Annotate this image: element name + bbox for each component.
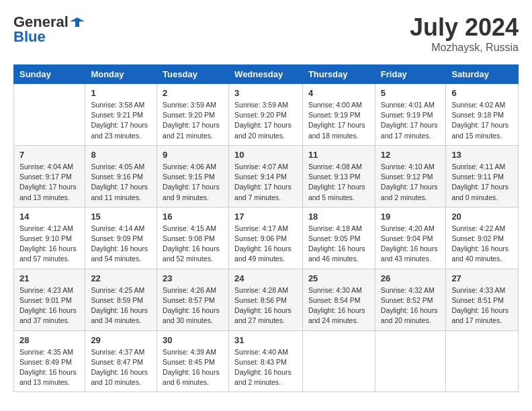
calendar-week-row: 21Sunrise: 4:23 AMSunset: 9:01 PMDayligh… xyxy=(14,269,519,330)
calendar-cell: 2Sunrise: 3:59 AMSunset: 9:20 PMDaylight… xyxy=(157,84,229,146)
day-of-week-header: Thursday xyxy=(302,65,375,84)
day-number: 31 xyxy=(234,335,297,345)
day-number: 7 xyxy=(19,150,79,160)
calendar-cell: 17Sunrise: 4:17 AMSunset: 9:06 PMDayligh… xyxy=(229,207,303,269)
day-of-week-header: Saturday xyxy=(446,65,519,84)
day-info: Sunrise: 4:23 AMSunset: 9:01 PMDaylight:… xyxy=(19,285,79,326)
calendar-cell: 18Sunrise: 4:18 AMSunset: 9:05 PMDayligh… xyxy=(302,207,375,269)
day-number: 21 xyxy=(19,273,79,283)
calendar-cell xyxy=(14,84,85,146)
calendar-cell: 12Sunrise: 4:10 AMSunset: 9:12 PMDayligh… xyxy=(375,145,446,207)
calendar-week-row: 14Sunrise: 4:12 AMSunset: 9:10 PMDayligh… xyxy=(14,207,519,269)
day-info: Sunrise: 4:11 AMSunset: 9:11 PMDaylight:… xyxy=(451,162,513,203)
day-number: 2 xyxy=(163,88,223,98)
logo-blue-text: Blue xyxy=(13,28,46,46)
day-info: Sunrise: 3:58 AMSunset: 9:21 PMDaylight:… xyxy=(91,100,151,141)
day-info: Sunrise: 4:10 AMSunset: 9:12 PMDaylight:… xyxy=(381,162,441,203)
day-info: Sunrise: 4:20 AMSunset: 9:04 PMDaylight:… xyxy=(381,224,441,265)
day-number: 19 xyxy=(381,212,441,222)
calendar-cell: 26Sunrise: 4:32 AMSunset: 8:52 PMDayligh… xyxy=(375,269,446,330)
day-number: 5 xyxy=(381,88,441,98)
day-info: Sunrise: 4:17 AMSunset: 9:06 PMDaylight:… xyxy=(234,224,297,265)
day-info: Sunrise: 4:28 AMSunset: 8:56 PMDaylight:… xyxy=(234,285,297,326)
calendar-cell: 1Sunrise: 3:58 AMSunset: 9:21 PMDaylight… xyxy=(85,84,157,146)
calendar-table: SundayMondayTuesdayWednesdayThursdayFrid… xyxy=(13,64,519,392)
svg-marker-0 xyxy=(70,17,85,27)
day-number: 28 xyxy=(19,335,79,345)
day-of-week-header: Tuesday xyxy=(157,65,229,84)
day-number: 18 xyxy=(308,212,369,222)
calendar-cell: 15Sunrise: 4:14 AMSunset: 9:09 PMDayligh… xyxy=(85,207,157,269)
day-info: Sunrise: 3:59 AMSunset: 9:20 PMDaylight:… xyxy=(234,100,297,141)
day-info: Sunrise: 4:15 AMSunset: 9:08 PMDaylight:… xyxy=(163,224,223,265)
day-info: Sunrise: 4:00 AMSunset: 9:19 PMDaylight:… xyxy=(308,100,369,141)
day-info: Sunrise: 4:12 AMSunset: 9:10 PMDaylight:… xyxy=(19,224,79,265)
calendar-cell: 22Sunrise: 4:25 AMSunset: 8:59 PMDayligh… xyxy=(85,269,157,330)
day-info: Sunrise: 4:05 AMSunset: 9:16 PMDaylight:… xyxy=(91,162,151,203)
day-info: Sunrise: 4:35 AMSunset: 8:49 PMDaylight:… xyxy=(19,347,79,388)
page-header: General Blue July 2024 Mozhaysk, Russia xyxy=(13,13,519,54)
day-info: Sunrise: 4:02 AMSunset: 9:18 PMDaylight:… xyxy=(451,100,513,141)
title-area: July 2024 Mozhaysk, Russia xyxy=(410,13,519,54)
day-info: Sunrise: 4:01 AMSunset: 9:19 PMDaylight:… xyxy=(381,100,441,141)
calendar-cell: 25Sunrise: 4:30 AMSunset: 8:54 PMDayligh… xyxy=(302,269,375,330)
day-number: 30 xyxy=(163,335,223,345)
day-number: 11 xyxy=(308,150,369,160)
day-number: 4 xyxy=(308,88,369,98)
day-info: Sunrise: 3:59 AMSunset: 9:20 PMDaylight:… xyxy=(163,100,223,141)
calendar-cell: 24Sunrise: 4:28 AMSunset: 8:56 PMDayligh… xyxy=(229,269,303,330)
day-info: Sunrise: 4:37 AMSunset: 8:47 PMDaylight:… xyxy=(91,347,151,388)
day-info: Sunrise: 4:06 AMSunset: 9:15 PMDaylight:… xyxy=(163,162,223,203)
calendar-cell: 6Sunrise: 4:02 AMSunset: 9:18 PMDaylight… xyxy=(446,84,519,146)
day-of-week-header: Wednesday xyxy=(229,65,303,84)
calendar-cell: 14Sunrise: 4:12 AMSunset: 9:10 PMDayligh… xyxy=(14,207,85,269)
location-subtitle: Mozhaysk, Russia xyxy=(410,42,519,54)
day-number: 3 xyxy=(234,88,297,98)
day-number: 1 xyxy=(91,88,151,98)
day-of-week-header: Sunday xyxy=(14,65,85,84)
calendar-cell: 16Sunrise: 4:15 AMSunset: 9:08 PMDayligh… xyxy=(157,207,229,269)
logo-bird-icon xyxy=(70,15,85,30)
calendar-cell: 21Sunrise: 4:23 AMSunset: 9:01 PMDayligh… xyxy=(14,269,85,330)
calendar-cell: 29Sunrise: 4:37 AMSunset: 8:47 PMDayligh… xyxy=(85,330,157,392)
day-number: 17 xyxy=(234,212,297,222)
calendar-week-row: 1Sunrise: 3:58 AMSunset: 9:21 PMDaylight… xyxy=(14,84,519,146)
calendar-cell: 23Sunrise: 4:26 AMSunset: 8:57 PMDayligh… xyxy=(157,269,229,330)
day-info: Sunrise: 4:25 AMSunset: 8:59 PMDaylight:… xyxy=(91,285,151,326)
day-info: Sunrise: 4:26 AMSunset: 8:57 PMDaylight:… xyxy=(163,285,223,326)
calendar-cell: 27Sunrise: 4:33 AMSunset: 8:51 PMDayligh… xyxy=(446,269,519,330)
day-number: 24 xyxy=(234,273,297,283)
calendar-cell: 3Sunrise: 3:59 AMSunset: 9:20 PMDaylight… xyxy=(229,84,303,146)
day-number: 10 xyxy=(234,150,297,160)
day-number: 27 xyxy=(451,273,513,283)
day-number: 25 xyxy=(308,273,369,283)
day-number: 8 xyxy=(91,150,151,160)
day-number: 20 xyxy=(451,212,513,222)
day-info: Sunrise: 4:08 AMSunset: 9:13 PMDaylight:… xyxy=(308,162,369,203)
day-number: 29 xyxy=(91,335,151,345)
calendar-week-row: 7Sunrise: 4:04 AMSunset: 9:17 PMDaylight… xyxy=(14,145,519,207)
calendar-cell: 9Sunrise: 4:06 AMSunset: 9:15 PMDaylight… xyxy=(157,145,229,207)
day-info: Sunrise: 4:32 AMSunset: 8:52 PMDaylight:… xyxy=(381,285,441,326)
calendar-cell: 31Sunrise: 4:40 AMSunset: 8:43 PMDayligh… xyxy=(229,330,303,392)
day-number: 22 xyxy=(91,273,151,283)
calendar-cell: 20Sunrise: 4:22 AMSunset: 9:02 PMDayligh… xyxy=(446,207,519,269)
day-of-week-header: Friday xyxy=(375,65,446,84)
day-number: 12 xyxy=(381,150,441,160)
day-number: 26 xyxy=(381,273,441,283)
day-number: 9 xyxy=(163,150,223,160)
calendar-header-row: SundayMondayTuesdayWednesdayThursdayFrid… xyxy=(14,65,519,84)
calendar-cell: 5Sunrise: 4:01 AMSunset: 9:19 PMDaylight… xyxy=(375,84,446,146)
logo: General Blue xyxy=(13,13,85,46)
calendar-cell: 8Sunrise: 4:05 AMSunset: 9:16 PMDaylight… xyxy=(85,145,157,207)
day-number: 16 xyxy=(163,212,223,222)
day-number: 23 xyxy=(163,273,223,283)
day-info: Sunrise: 4:33 AMSunset: 8:51 PMDaylight:… xyxy=(451,285,513,326)
day-info: Sunrise: 4:18 AMSunset: 9:05 PMDaylight:… xyxy=(308,224,369,265)
calendar-cell: 7Sunrise: 4:04 AMSunset: 9:17 PMDaylight… xyxy=(14,145,85,207)
calendar-week-row: 28Sunrise: 4:35 AMSunset: 8:49 PMDayligh… xyxy=(14,330,519,392)
calendar-cell: 19Sunrise: 4:20 AMSunset: 9:04 PMDayligh… xyxy=(375,207,446,269)
day-of-week-header: Monday xyxy=(85,65,157,84)
day-number: 13 xyxy=(451,150,513,160)
day-number: 15 xyxy=(91,212,151,222)
